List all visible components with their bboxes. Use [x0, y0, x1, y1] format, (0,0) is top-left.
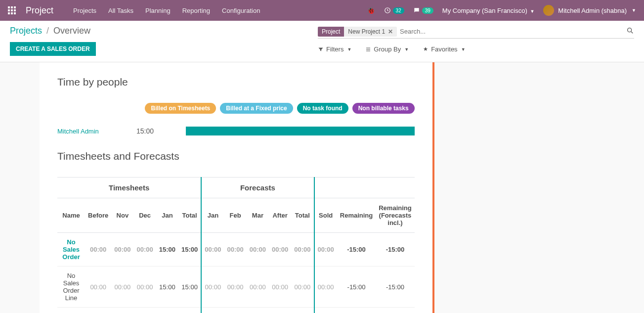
cell: 00:00 [201, 308, 224, 313]
list-icon [365, 46, 371, 52]
left-gutter [0, 62, 40, 313]
bug-icon[interactable]: 🐞 [367, 6, 375, 14]
cell: 00:00 [247, 267, 269, 308]
activities-button[interactable]: 32 [384, 7, 404, 14]
cell: 00:00 [269, 267, 291, 308]
cell: 00:00 [314, 233, 337, 267]
cell [376, 308, 414, 313]
activities-badge: 32 [393, 7, 404, 14]
cell-name: Mitchell Admin [57, 308, 85, 313]
cell-name[interactable]: No Sales Order [57, 233, 85, 267]
cell: 15:00 [178, 308, 201, 313]
cell: 00:00 [224, 233, 247, 267]
cell: 00:00 [134, 233, 156, 267]
group-remaining [314, 178, 415, 198]
chat-icon [413, 7, 420, 14]
main-content: Time by people Billed on Timesheets Bill… [40, 62, 434, 313]
facet-value: New Project 1 [348, 28, 385, 35]
create-sales-order-button[interactable]: CREATE A SALES ORDER [10, 42, 96, 56]
cell: 00:00 [247, 233, 269, 267]
clock-icon [384, 7, 391, 14]
menu-planning[interactable]: Planning [145, 7, 171, 14]
app-title: Project [26, 5, 53, 16]
table-row: No Sales Order Line00:0000:0000:0015:001… [57, 267, 415, 308]
search-icon[interactable] [626, 27, 634, 36]
cell: 15:00 [156, 233, 178, 267]
cell-name: No Sales Order Line [57, 267, 85, 308]
cell [337, 308, 376, 313]
cell: 00:00 [291, 233, 314, 267]
menu-projects[interactable]: Projects [73, 7, 96, 14]
cell: 00:00 [201, 267, 224, 308]
avatar [543, 5, 554, 16]
cell: 15:00 [178, 233, 201, 267]
facet-remove-icon[interactable]: ✕ [388, 28, 393, 35]
table-row: Mitchell Admin00:0000:0000:0015:0015:000… [57, 308, 415, 313]
col-after: After [269, 198, 291, 233]
cell: 00:00 [314, 267, 337, 308]
menu-reporting[interactable]: Reporting [182, 7, 210, 14]
groupby-button[interactable]: Group By ▼ [365, 45, 409, 53]
menu-configuration[interactable]: Configuration [222, 7, 260, 14]
legend-billed-timesheets[interactable]: Billed on Timesheets [145, 103, 216, 114]
user-name: Mitchell Admin (shabna) [558, 7, 627, 14]
col-dec: Dec [134, 198, 156, 233]
cell: 00:00 [224, 308, 247, 313]
search-facet-project: Project New Project 1 ✕ [318, 27, 397, 37]
cell: 15:00 [156, 308, 178, 313]
apps-icon[interactable] [8, 6, 16, 14]
group-timesheets: Timesheets [57, 178, 201, 198]
col-before: Before [85, 198, 111, 233]
svg-line-2 [631, 32, 633, 33]
right-gutter [434, 62, 644, 313]
cell: 00:00 [134, 308, 156, 313]
cell: 00:00 [247, 308, 269, 313]
control-panel: Projects / Overview CREATE A SALES ORDER… [0, 21, 644, 62]
cell: 00:00 [134, 267, 156, 308]
user-menu[interactable]: Mitchell Admin (shabna) ▼ [543, 5, 636, 16]
col-sold: Sold [314, 198, 337, 233]
cell: 00:00 [269, 233, 291, 267]
menu-all-tasks[interactable]: All Tasks [108, 7, 133, 14]
col-fjan: Jan [201, 198, 224, 233]
col-total: Total [178, 198, 201, 233]
group-forecasts: Forecasts [201, 178, 314, 198]
cell: 00:00 [224, 267, 247, 308]
time-bar-row: Mitchell Admin 15:00 [57, 127, 415, 135]
breadcrumb-current: Overview [53, 26, 90, 36]
company-switcher[interactable]: My Company (San Francisco) ▼ [442, 7, 535, 14]
col-mar: Mar [247, 198, 269, 233]
top-navbar: Project Projects All Tasks Planning Repo… [0, 0, 644, 21]
cell: -15:00 [376, 267, 414, 308]
person-time: 15:00 [136, 127, 176, 135]
messages-button[interactable]: 39 [413, 7, 433, 14]
cell: 00:00 [314, 308, 337, 313]
funnel-icon [318, 46, 324, 52]
filters-button[interactable]: Filters ▼ [318, 45, 351, 53]
cell: -15:00 [376, 233, 414, 267]
favorites-button[interactable]: Favorites ▼ [423, 45, 465, 53]
legend-no-task[interactable]: No task found [297, 103, 348, 114]
breadcrumb-root[interactable]: Projects [10, 26, 42, 36]
cell: 00:00 [85, 233, 111, 267]
legend-non-billable[interactable]: Non billable tasks [352, 103, 415, 114]
col-remaining: Remaining [337, 198, 376, 233]
cell: 00:00 [111, 233, 133, 267]
chart-legend: Billed on Timesheets Billed at a Fixed p… [57, 103, 415, 114]
table-row: No Sales Order00:0000:0000:0015:0015:000… [57, 233, 415, 267]
section-time-by-people-title: Time by people [57, 76, 415, 88]
search-input[interactable] [399, 26, 626, 37]
main-menu: Projects All Tasks Planning Reporting Co… [73, 7, 260, 14]
svg-point-1 [628, 28, 632, 32]
person-link[interactable]: Mitchell Admin [57, 128, 127, 135]
cell: 00:00 [269, 308, 291, 313]
cell: 00:00 [111, 267, 133, 308]
cell: 00:00 [291, 308, 314, 313]
col-jan: Jan [156, 198, 178, 233]
col-feb: Feb [224, 198, 247, 233]
cell: -15:00 [337, 233, 376, 267]
messages-badge: 39 [422, 7, 433, 14]
cell: 15:00 [178, 267, 201, 308]
legend-billed-fixed[interactable]: Billed at a Fixed price [220, 103, 293, 114]
star-icon [423, 46, 429, 52]
